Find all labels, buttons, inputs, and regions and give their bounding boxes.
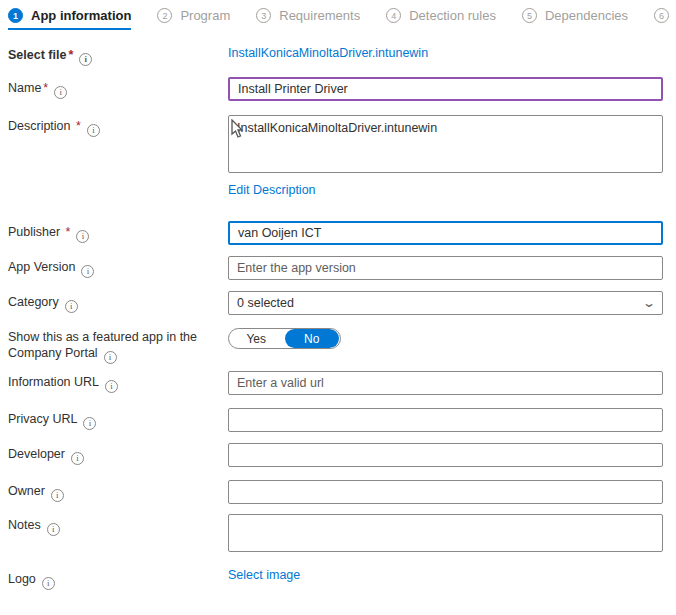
information-url-row: Information URLi xyxy=(8,371,676,395)
tab-label: Program xyxy=(180,8,230,23)
developer-label: Developeri xyxy=(8,443,213,464)
privacy-url-label: Privacy URLi xyxy=(8,408,213,429)
required-mark: * xyxy=(43,81,48,95)
notes-row: Notesi xyxy=(8,514,676,552)
featured-app-label: Show this as a featured app in the Compa… xyxy=(8,326,213,363)
toggle-no-option[interactable]: No xyxy=(285,329,340,348)
notes-label: Notesi xyxy=(8,514,213,535)
edit-description-row: Edit Description xyxy=(8,183,676,197)
label-text: Description xyxy=(8,119,71,133)
tab-dependencies[interactable]: 5 Dependencies xyxy=(522,8,628,30)
required-mark: * xyxy=(76,119,81,133)
category-dropdown[interactable]: 0 selected ⌄ xyxy=(228,291,663,315)
notes-textarea[interactable] xyxy=(228,514,663,552)
info-icon[interactable]: i xyxy=(105,380,118,393)
app-version-row: App Versioni xyxy=(8,256,676,280)
label-text: Name xyxy=(8,81,41,95)
info-icon[interactable]: i xyxy=(51,489,64,502)
required-mark: * xyxy=(68,48,73,62)
step-number-badge: 5 xyxy=(522,8,537,23)
label-text: Information URL xyxy=(8,375,99,389)
label-text: App Version xyxy=(8,260,75,274)
select-image-link[interactable]: Select image xyxy=(228,568,668,582)
description-row: Description *i InstallKonicaMinoltaDrive… xyxy=(8,115,676,173)
information-url-input[interactable] xyxy=(228,371,663,395)
info-icon[interactable]: i xyxy=(79,53,92,66)
tab-label: Detection rules xyxy=(409,8,496,23)
developer-input[interactable] xyxy=(228,443,663,467)
logo-label: Logoi xyxy=(8,568,213,589)
info-icon[interactable]: i xyxy=(71,452,84,465)
name-row: Name*i xyxy=(8,77,676,101)
app-version-input[interactable] xyxy=(228,256,663,280)
select-file-label: Select file*i xyxy=(8,44,213,65)
label-text: Logo xyxy=(8,572,36,586)
tab-label: Requirements xyxy=(279,8,360,23)
developer-row: Developeri xyxy=(8,443,676,467)
featured-app-toggle[interactable]: Yes No xyxy=(228,328,341,349)
featured-app-row: Show this as a featured app in the Compa… xyxy=(8,326,676,363)
select-file-row: Select file*i InstallKonicaMinoltaDriver… xyxy=(8,44,676,65)
info-icon[interactable]: i xyxy=(47,523,60,536)
label-text: Privacy URL xyxy=(8,412,77,426)
step-number-badge: 1 xyxy=(8,8,23,23)
info-icon[interactable]: i xyxy=(54,86,67,99)
wizard-step-tabs: 1 App information 2 Program 3 Requiremen… xyxy=(0,0,676,30)
step-number-badge: 2 xyxy=(157,8,172,23)
label-text: Developer xyxy=(8,447,65,461)
tab-label: Dependencies xyxy=(545,8,628,23)
tab-label: App information xyxy=(31,8,131,23)
label-text: Show this as a featured app in the Compa… xyxy=(8,330,197,360)
info-icon[interactable]: i xyxy=(65,300,78,313)
label-text: Publisher xyxy=(8,225,60,239)
publisher-label: Publisher *i xyxy=(8,221,213,242)
tab-app-information[interactable]: 1 App information xyxy=(8,8,131,30)
tab-supersedence[interactable]: 6 Supers xyxy=(654,8,676,30)
info-icon[interactable]: i xyxy=(42,577,55,590)
category-selected-value: 0 selected xyxy=(237,296,294,310)
tab-program[interactable]: 2 Program xyxy=(157,8,230,30)
name-input[interactable] xyxy=(228,77,663,101)
step-number-badge: 3 xyxy=(256,8,271,23)
chevron-down-icon: ⌄ xyxy=(642,297,656,309)
owner-input[interactable] xyxy=(228,480,663,504)
owner-label: Owneri xyxy=(8,480,213,501)
info-icon[interactable]: i xyxy=(104,351,117,364)
description-textarea[interactable]: InstallKonicaMinoltaDriver.intunewin xyxy=(228,115,663,173)
info-icon[interactable]: i xyxy=(76,230,89,243)
info-icon[interactable]: i xyxy=(83,417,96,430)
owner-row: Owneri xyxy=(8,480,676,504)
category-label: Categoryi xyxy=(8,291,213,312)
step-number-badge: 6 xyxy=(654,8,669,23)
label-text: Select file xyxy=(8,48,66,62)
edit-description-link[interactable]: Edit Description xyxy=(228,183,668,197)
description-label: Description *i xyxy=(8,115,213,136)
step-number-badge: 4 xyxy=(386,8,401,23)
publisher-row: Publisher *i xyxy=(8,221,676,245)
logo-row: Logoi Select image xyxy=(8,568,676,589)
info-icon[interactable]: i xyxy=(87,124,100,137)
label-text: Notes xyxy=(8,518,41,532)
label-text: Category xyxy=(8,295,59,309)
app-information-form: Select file*i InstallKonicaMinoltaDriver… xyxy=(0,44,676,589)
label-text: Owner xyxy=(8,484,45,498)
tab-detection-rules[interactable]: 4 Detection rules xyxy=(386,8,496,30)
category-row: Categoryi 0 selected ⌄ xyxy=(8,291,676,315)
information-url-label: Information URLi xyxy=(8,371,213,392)
selected-file-link[interactable]: InstallKonicaMinoltaDriver.intunewin xyxy=(228,44,668,60)
toggle-yes-option[interactable]: Yes xyxy=(229,329,284,348)
app-version-label: App Versioni xyxy=(8,256,213,277)
publisher-input[interactable] xyxy=(228,221,663,245)
info-icon[interactable]: i xyxy=(81,265,94,278)
name-label: Name*i xyxy=(8,77,213,98)
tab-requirements[interactable]: 3 Requirements xyxy=(256,8,360,30)
privacy-url-input[interactable] xyxy=(228,408,663,432)
required-mark: * xyxy=(66,225,71,239)
privacy-url-row: Privacy URLi xyxy=(8,408,676,432)
